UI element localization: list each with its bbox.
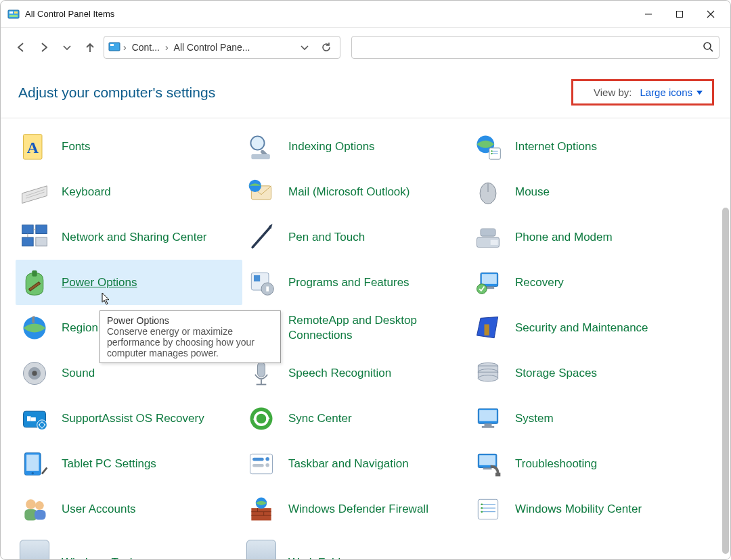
tooltip-title: Power Options: [107, 315, 169, 326]
maximize-button[interactable]: [664, 3, 695, 25]
control-panel-item[interactable]: Mouse: [469, 169, 696, 214]
storage-icon: [472, 357, 504, 390]
power-icon: [18, 266, 51, 299]
svg-rect-95: [495, 472, 500, 476]
close-button[interactable]: [695, 3, 726, 25]
svg-rect-82: [482, 426, 494, 428]
recovery-icon: [472, 266, 504, 299]
svg-point-96: [26, 499, 36, 509]
svg-rect-34: [22, 237, 33, 246]
control-panel-item[interactable]: Sync Center: [242, 396, 469, 441]
address-bar[interactable]: › Cont... › All Control Pane...: [104, 36, 340, 59]
control-panel-item[interactable]: Windows Tools: [16, 532, 242, 559]
control-panel-item[interactable]: AFonts: [16, 124, 242, 169]
svg-rect-18: [251, 154, 270, 159]
control-panel-item[interactable]: Mail (Microsoft Outlook): [242, 169, 469, 214]
control-panel-item[interactable]: User Accounts: [16, 486, 242, 532]
navbar: › Cont... › All Control Pane...: [1, 28, 730, 67]
control-panel-item[interactable]: Programs and Features: [242, 260, 469, 305]
item-label: Pen and Touch: [288, 230, 365, 244]
support-icon: [18, 402, 51, 435]
caret-down-icon: [696, 91, 703, 95]
item-label: System: [515, 411, 554, 425]
svg-rect-75: [31, 417, 36, 421]
forward-button[interactable]: [35, 38, 53, 57]
item-label: RemoteApp and Desktop Connections: [288, 313, 464, 342]
control-panel-item[interactable]: Security and Maintenance: [469, 305, 696, 350]
control-panel-item[interactable]: System: [469, 396, 696, 441]
svg-rect-90: [252, 464, 264, 467]
control-panel-item[interactable]: Windows Defender Firewall: [242, 486, 469, 532]
minimize-button[interactable]: [633, 3, 664, 25]
item-label: User Accounts: [62, 502, 136, 516]
control-panel-item[interactable]: Phone and Modem: [469, 214, 696, 260]
svg-rect-10: [110, 44, 114, 46]
svg-rect-1: [9, 11, 13, 14]
svg-point-23: [491, 150, 492, 151]
control-panel-item[interactable]: Recovery: [469, 260, 696, 305]
internet-icon: [472, 131, 504, 163]
svg-rect-99: [35, 509, 46, 519]
svg-rect-93: [479, 455, 495, 465]
item-label: Windows Defender Firewall: [288, 502, 428, 516]
svg-rect-106: [478, 499, 497, 519]
page-title: Adjust your computer's settings: [18, 85, 215, 101]
item-label: Security and Maintenance: [515, 321, 648, 335]
scrollbar-thumb[interactable]: [722, 208, 729, 554]
svg-point-70: [478, 375, 497, 381]
svg-rect-80: [479, 410, 497, 421]
control-panel-item[interactable]: Pen and Touch: [242, 214, 469, 260]
control-panel-item[interactable]: Taskbar and Navigation: [242, 441, 469, 486]
chevron-right-icon: ›: [123, 42, 127, 53]
svg-rect-43: [32, 270, 37, 276]
item-label: Windows Mobility Center: [515, 502, 642, 516]
search-box[interactable]: [351, 36, 719, 59]
control-panel-item[interactable]: Troubleshooting: [469, 441, 696, 486]
svg-point-62: [32, 371, 37, 375]
mouse-icon: [472, 176, 504, 208]
svg-line-38: [252, 227, 270, 247]
up-button[interactable]: [81, 38, 99, 57]
item-label: Sync Center: [288, 411, 352, 425]
network-icon: [18, 221, 51, 254]
svg-point-11: [704, 43, 711, 49]
titlebar: All Control Panel Items: [1, 1, 730, 28]
back-button[interactable]: [12, 38, 30, 57]
search-input[interactable]: [357, 42, 703, 53]
chevron-right-icon: ›: [165, 42, 169, 53]
view-by-dropdown[interactable]: Large icons: [640, 87, 703, 98]
security-icon: [472, 312, 504, 344]
item-label: Sound: [62, 366, 95, 380]
svg-point-16: [250, 136, 264, 149]
control-panel-item[interactable]: Windows Mobility Center: [469, 486, 696, 532]
view-by-label: View by:: [594, 87, 632, 98]
item-label: Region: [62, 321, 98, 335]
control-panel-item[interactable]: SupportAssist OS Recovery: [16, 396, 242, 441]
indexing-icon: [245, 131, 278, 163]
mobility-icon: [472, 493, 504, 526]
control-panel-item[interactable]: Power Options: [16, 260, 242, 305]
svg-rect-2: [14, 11, 18, 14]
system-icon: [472, 402, 504, 435]
refresh-button[interactable]: [317, 38, 336, 57]
svg-rect-81: [485, 423, 492, 426]
svg-rect-46: [254, 275, 260, 281]
control-panel-item[interactable]: Indexing Options: [242, 124, 469, 169]
control-panel-item[interactable]: Work Folders: [242, 532, 469, 559]
recent-dropdown-button[interactable]: [58, 38, 76, 57]
svg-rect-3: [9, 15, 18, 17]
svg-rect-88: [252, 457, 264, 461]
tooltip-body: Conserve energy or maximize performance …: [107, 326, 254, 358]
search-icon[interactable]: [703, 41, 713, 54]
tools-icon: [18, 538, 51, 560]
control-panel-item[interactable]: Internet Options: [469, 124, 696, 169]
address-dropdown-button[interactable]: [295, 38, 314, 57]
control-panel-item[interactable]: Keyboard: [16, 169, 242, 214]
control-panel-item[interactable]: Storage Spaces: [469, 350, 696, 396]
breadcrumb-segment[interactable]: Cont...: [129, 41, 162, 54]
cursor-icon: [98, 291, 112, 310]
control-panel-item[interactable]: Network and Sharing Center: [16, 214, 242, 260]
control-panel-item[interactable]: Tablet PC Settings: [16, 441, 242, 486]
breadcrumb-segment[interactable]: All Control Pane...: [171, 41, 253, 54]
users-icon: [18, 493, 51, 526]
